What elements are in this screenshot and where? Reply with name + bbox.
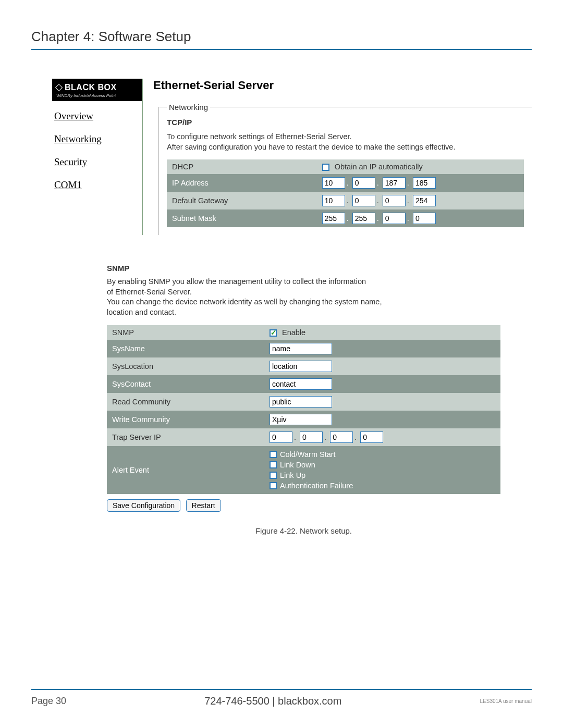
mask-octet-2[interactable] [352, 213, 375, 224]
dhcp-option: Obtain an IP automatically [335, 163, 423, 171]
tcpip-label: TCP/IP [167, 118, 524, 127]
alert-linkup-checkbox[interactable] [270, 472, 277, 479]
trapip-octet-3[interactable] [330, 431, 353, 443]
ip-octet-2[interactable] [352, 177, 375, 189]
snmp-desc-4: location and contact. [107, 308, 176, 316]
trapip-octet-2[interactable] [300, 431, 323, 443]
chapter-title: Chapter 4: Software Setup [31, 29, 532, 50]
snmp-desc-2: of Ethernet-Serial Server. [107, 288, 192, 296]
page-number: Page 30 [31, 696, 66, 707]
tcpip-desc-line2: After saving configuration you have to r… [167, 143, 455, 151]
server-title: Ethernet-Serial Server [153, 79, 532, 92]
dhcp-checkbox[interactable] [322, 164, 329, 171]
sysname-label: SysName [107, 340, 264, 357]
syscontact-input[interactable] [270, 378, 332, 390]
syslocation-input[interactable] [270, 361, 332, 372]
networking-fieldset: Networking TCP/IP To configure network s… [158, 103, 532, 235]
logo-subtitle: WINDRy Industrial Access Point [56, 93, 138, 98]
syscontact-label: SysContact [107, 375, 264, 393]
tcpip-desc: To configure network settings of Etherne… [167, 132, 524, 152]
snmp-desc: By enabling SNMP you allow the managemen… [107, 277, 500, 317]
mask-octet-4[interactable] [413, 213, 436, 224]
alert-linkdown-text: Link Down [280, 461, 315, 469]
footer-manual: LES301A user manual [480, 698, 532, 704]
gw-octet-3[interactable] [383, 195, 406, 206]
trapip-label: Trap Server IP [107, 428, 264, 446]
page-footer: Page 30 724-746-5500 | blackbox.com LES3… [31, 689, 532, 707]
nav-networking[interactable]: Networking [54, 133, 142, 145]
gw-label: Default Gateway [167, 192, 317, 209]
trapip-octet-4[interactable] [360, 431, 383, 443]
alert-coldwarm-text: Cold/Warm Start [280, 450, 336, 459]
ip-octet-4[interactable] [413, 177, 436, 189]
snmp-desc-3: You can change the device network identi… [107, 298, 382, 306]
tcpip-table: DHCP Obtain an IP automatically IP Addre… [167, 159, 524, 227]
diamond-icon [55, 84, 63, 91]
syslocation-label: SysLocation [107, 357, 264, 375]
save-button[interactable]: Save Configuration [107, 499, 180, 512]
dhcp-label: DHCP [167, 159, 317, 174]
mask-octet-1[interactable] [322, 213, 345, 224]
alert-linkup-text: Link Up [280, 471, 305, 479]
logo: BLACK BOX WINDRy Industrial Access Point [52, 79, 142, 101]
sysname-input[interactable] [270, 343, 332, 354]
fieldset-legend: Networking [167, 103, 210, 112]
logo-brand: BLACK BOX [65, 83, 117, 92]
alert-label: Alert Event [107, 446, 264, 494]
snmp-desc-1: By enabling SNMP you allow the managemen… [107, 277, 366, 286]
trapip-octet-1[interactable] [270, 431, 292, 443]
tcpip-desc-line1: To configure network settings of Etherne… [167, 132, 352, 141]
gw-octet-2[interactable] [352, 195, 375, 206]
ip-octet-1[interactable] [322, 177, 345, 189]
mask-octet-3[interactable] [383, 213, 406, 224]
alert-authfail-text: Authentication Failure [280, 482, 353, 490]
sidebar: BLACK BOX WINDRy Industrial Access Point… [52, 79, 142, 235]
alert-authfail-checkbox[interactable] [270, 482, 277, 489]
writecomm-input[interactable] [270, 414, 332, 425]
nav-security[interactable]: Security [54, 156, 142, 168]
footer-center: 724-746-5500 | blackbox.com [204, 695, 341, 707]
snmp-enable-label: SNMP [107, 325, 264, 340]
snmp-enable-checkbox[interactable] [270, 329, 277, 337]
snmp-table: SNMP Enable SysName SysLocation SysConta… [107, 325, 500, 494]
nav-overview[interactable]: Overview [54, 110, 142, 122]
figure-caption: Figure 4-22. Network setup. [107, 526, 500, 535]
ip-label: IP Address [167, 174, 317, 192]
restart-button[interactable]: Restart [186, 499, 221, 512]
alert-coldwarm-checkbox[interactable] [270, 451, 277, 458]
gw-octet-4[interactable] [413, 195, 436, 206]
nav-com1[interactable]: COM1 [54, 179, 142, 191]
readcomm-input[interactable] [270, 396, 332, 408]
alert-linkdown-checkbox[interactable] [270, 461, 277, 468]
ip-octet-3[interactable] [383, 177, 406, 189]
writecomm-label: Write Community [107, 411, 264, 428]
snmp-label: SNMP [107, 264, 500, 273]
gw-octet-1[interactable] [322, 195, 345, 206]
mask-label: Subnet Mask [167, 209, 317, 227]
snmp-enable-option: Enable [282, 328, 305, 337]
readcomm-label: Read Community [107, 393, 264, 411]
